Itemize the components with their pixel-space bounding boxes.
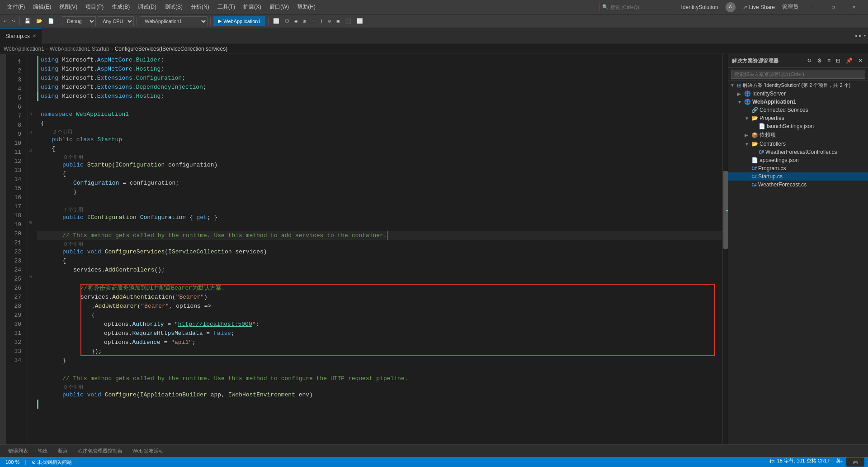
- menu-tools[interactable]: 工具(T): [214, 1, 239, 13]
- toolbar-extra-btn-6[interactable]: ⟩: [318, 17, 325, 25]
- tab-scroll-right[interactable]: ▶: [859, 33, 862, 38]
- maximize-button[interactable]: ❐: [823, 0, 844, 14]
- tab-startup[interactable]: Startup.cs ✕: [0, 28, 42, 44]
- tree-item-program[interactable]: ▶ C# Program.cs: [728, 164, 868, 172]
- toolbar-extra-btn-2[interactable]: ⬡: [283, 17, 291, 25]
- close-sidebar-button[interactable]: ✕: [856, 57, 864, 65]
- code-line-23: //将身份验证服务添加到DI并配置Bearer为默认方案。: [37, 284, 722, 293]
- menu-file[interactable]: 文件(F): [4, 1, 28, 13]
- open-button[interactable]: 📂: [34, 17, 44, 25]
- identity-server-icon: 🌐: [744, 91, 751, 97]
- menu-extensions[interactable]: 扩展(X): [240, 1, 265, 13]
- close-button[interactable]: ✕: [844, 0, 864, 14]
- save-button[interactable]: 💾: [23, 17, 33, 25]
- toolbar-extra-btn-5[interactable]: ≡: [310, 18, 316, 25]
- btab-web-publish[interactable]: Web 发布活动: [128, 446, 168, 456]
- tree-item-dependencies[interactable]: ▶ 📦 依赖项: [728, 130, 868, 140]
- new-button[interactable]: 📄: [46, 17, 56, 25]
- code-line-2: using Microsoft.AspNetCore.Hosting;: [37, 65, 722, 74]
- tree-item-weather-forecast[interactable]: ▶ C# WeatherForecast.cs: [728, 181, 868, 189]
- solution-search-input[interactable]: [731, 70, 865, 79]
- code-line-1: using Microsoft.AspNetCore.Builder;: [37, 56, 722, 65]
- project-dropdown[interactable]: WebApplication1: [140, 16, 208, 26]
- menu-window[interactable]: 窗口(W): [266, 1, 292, 13]
- code-line-11: public Startup(IConfiguration configurat…: [37, 161, 722, 170]
- tree-item-webapp1[interactable]: ▼ 🌐 WebApplication1: [728, 98, 868, 106]
- tree-arrow-deps: ▶: [745, 133, 750, 138]
- toolbar-extra-btn-4[interactable]: ⊞: [301, 17, 308, 25]
- status-zoom[interactable]: 100 %: [4, 459, 21, 465]
- btab-output[interactable]: 输出: [33, 446, 52, 456]
- tree-item-connected-services[interactable]: ▶ 🔗 Connected Services: [728, 106, 868, 114]
- program-icon: C#: [751, 166, 757, 171]
- code-line-16: public IConfiguration Configuration { ge…: [37, 213, 722, 222]
- dock-button[interactable]: 📌: [844, 57, 854, 65]
- menu-view[interactable]: 视图(V): [56, 1, 81, 13]
- tab-overflow-menu[interactable]: ▾: [863, 33, 866, 38]
- toolbar-extra-btn-10[interactable]: ⬜: [355, 17, 365, 25]
- tab-close-button[interactable]: ✕: [33, 33, 36, 38]
- breadcrumb-part-1[interactable]: WebApplication1: [4, 46, 44, 52]
- code-line-25: .AddJwtBearer("Bearer", options =>: [37, 302, 722, 311]
- filter-button[interactable]: ≡: [826, 57, 832, 65]
- breadcrumb-part-2[interactable]: WebApplication1.Startup: [50, 46, 109, 52]
- tree-label-controllers: Controllers: [760, 141, 786, 147]
- toolbar-extra-btn-9[interactable]: ⬛: [343, 17, 353, 25]
- tree-item-launch-settings[interactable]: ▶ 📄 launchSettings.json: [728, 122, 868, 130]
- tree-item-controllers[interactable]: ▼ 📂 Controllers: [728, 140, 868, 148]
- tree-item-solution[interactable]: ▼ ⊞ 解决方案 'IdentitySolution' (第 2 个项目，共 2…: [728, 81, 868, 90]
- breadcrumb-part-3[interactable]: ConfigureServices(IServiceCollection ser…: [115, 46, 227, 52]
- live-share-button[interactable]: ↗ Live Share: [739, 4, 778, 10]
- run-button[interactable]: ▶ WebApplication1: [213, 16, 265, 26]
- tree-item-properties[interactable]: ▼ 📂 Properties: [728, 114, 868, 122]
- live-share-label: Live Share: [749, 4, 775, 10]
- menu-analyze[interactable]: 分析(N): [187, 1, 213, 13]
- tree-item-weather-controller[interactable]: ▶ C# WeatherForecastController.cs: [728, 148, 868, 156]
- status-icon-1: 🎮: [853, 460, 858, 465]
- status-errors[interactable]: ⊘ 未找到相关问题: [30, 459, 74, 466]
- menu-test[interactable]: 测试(S): [161, 1, 186, 13]
- menu-project[interactable]: 项目(P): [82, 1, 107, 13]
- tree-item-appsettings[interactable]: ▶ 📄 appsettings.json: [728, 156, 868, 164]
- code-line-10: {: [37, 144, 722, 153]
- redo-button[interactable]: ↪: [10, 17, 17, 25]
- code-line-20: {: [37, 257, 722, 266]
- platform-dropdown[interactable]: Any CPU x64: [98, 16, 134, 26]
- solution-tree: ▼ ⊞ 解决方案 'IdentitySolution' (第 2 个项目，共 2…: [728, 81, 868, 444]
- menu-edit[interactable]: 编辑(E): [29, 1, 55, 13]
- toolbar-extra-btn-3[interactable]: ◉: [293, 17, 300, 25]
- code-content[interactable]: using Microsoft.AspNetCore.Builder; usin…: [37, 54, 722, 444]
- collapse-all-button[interactable]: ⊟: [834, 57, 842, 65]
- tree-item-identity-server[interactable]: ▶ 🌐 IdentityServer: [728, 90, 868, 98]
- tree-arrow-weather-ctrl: ▶: [752, 150, 757, 155]
- connected-services-icon: 🔗: [751, 107, 758, 113]
- settings-icon[interactable]: ⚙: [815, 57, 824, 65]
- minimap-bar-1: [726, 210, 728, 211]
- tab-scroll-left[interactable]: ◀: [854, 33, 857, 38]
- appsettings-icon: 📄: [751, 157, 758, 163]
- tree-arrow-weather-forecast: ▶: [745, 182, 750, 187]
- tree-item-startup[interactable]: ▶ C# Startup.cs: [728, 172, 868, 181]
- btab-errors[interactable]: 错误列表: [4, 446, 33, 456]
- btab-package-manager[interactable]: 程序包管理器控制台: [73, 446, 127, 456]
- toolbar-extra-btn-1[interactable]: ⬜: [271, 17, 281, 25]
- sync-button[interactable]: ↻: [805, 57, 813, 65]
- minimize-button[interactable]: —: [802, 0, 823, 14]
- code-editor[interactable]: 1234567891011121314151617181920212223242…: [6, 54, 728, 444]
- status-position[interactable]: 行: 18 字节: 101 空格 CRLF: [768, 457, 833, 467]
- undo-button[interactable]: ↩: [2, 17, 9, 25]
- code-line-19: public void ConfigureServices(IServiceCo…: [37, 248, 722, 257]
- menu-debug[interactable]: 调试(D): [134, 1, 160, 13]
- btab-breakpoints[interactable]: 断点: [53, 446, 72, 456]
- menu-build[interactable]: 生成(B): [108, 1, 133, 13]
- toolbar-extra-btn-7[interactable]: ⊕: [326, 17, 333, 25]
- menu-help[interactable]: 帮助(H): [293, 1, 319, 13]
- status-encoding[interactable]: 英-: [834, 457, 844, 467]
- sidebar-action-buttons: ↻ ⚙ ≡ ⊟ 📌 ✕: [805, 57, 864, 65]
- solution-explorer-header: 解决方案资源管理器 ↻ ⚙ ≡ ⊟ 📌 ✕: [728, 54, 868, 68]
- global-search-input[interactable]: [610, 5, 665, 10]
- toolbar-extra-btn-8[interactable]: ▣: [335, 17, 342, 25]
- green-bar-19: [37, 400, 38, 409]
- debug-mode-dropdown[interactable]: Debug Release: [62, 16, 96, 26]
- editor-scrollbar[interactable]: [722, 54, 728, 444]
